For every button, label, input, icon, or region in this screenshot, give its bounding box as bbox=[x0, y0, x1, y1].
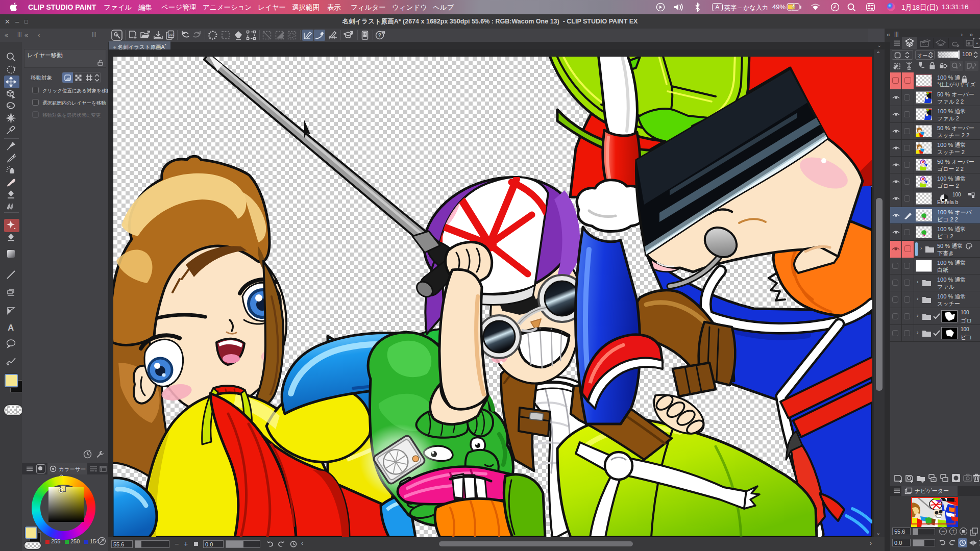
svg-text:A: A bbox=[8, 323, 14, 333]
svg-text:?: ? bbox=[378, 33, 381, 38]
svg-text:psd: psd bbox=[169, 33, 175, 37]
